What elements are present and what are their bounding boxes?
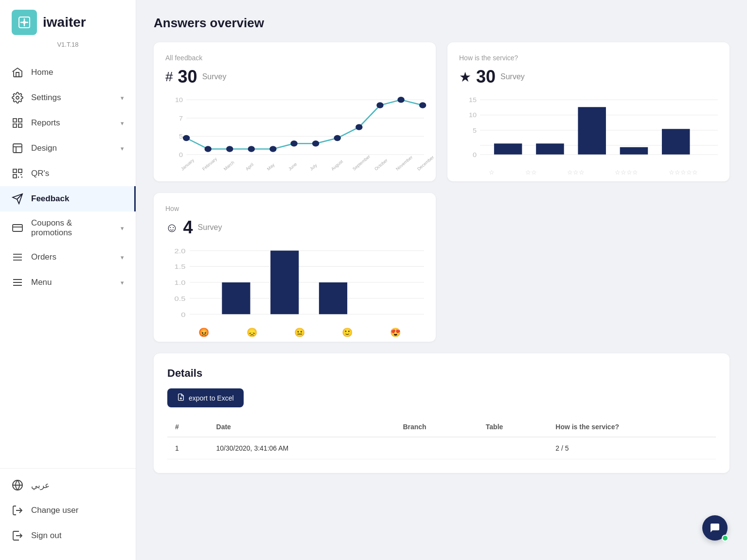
svg-rect-70	[270, 251, 299, 315]
sidebar-item-language[interactable]: عربي	[0, 472, 136, 498]
sidebar-item-sign-out[interactable]: Sign out	[0, 523, 136, 548]
cell-branch	[395, 437, 478, 459]
svg-point-42	[376, 102, 383, 108]
svg-point-36	[248, 146, 255, 152]
change-user-icon	[12, 505, 23, 516]
settings-icon	[12, 92, 23, 104]
col-num: #	[167, 417, 209, 437]
how-label: How	[165, 205, 424, 212]
hash-icon: #	[165, 69, 173, 85]
logo-icon	[12, 10, 37, 35]
service-rating-stat: ★ 30 Survey	[459, 67, 718, 87]
page-title: Answers overview	[154, 16, 729, 31]
svg-text:1.0: 1.0	[174, 279, 185, 286]
sidebar-item-change-user[interactable]: Change user	[0, 498, 136, 523]
table-row: 1 10/30/2020, 3:41:06 AM 2 / 5	[167, 437, 716, 459]
svg-point-38	[290, 140, 297, 147]
svg-rect-69	[222, 282, 250, 314]
svg-rect-5	[13, 124, 17, 127]
table-header: # Date Branch Table How is the service?	[167, 417, 716, 437]
svg-rect-54	[494, 143, 522, 155]
top-cards-row: All feedback # 30 Survey 10 7 5 0	[154, 42, 729, 181]
sidebar-item-label: Orders	[31, 252, 56, 262]
sidebar-item-orders[interactable]: Orders ▾	[0, 245, 136, 270]
svg-text:10: 10	[469, 112, 477, 119]
chevron-down-icon: ▾	[121, 120, 124, 127]
svg-point-41	[356, 124, 362, 130]
service-rating-unit: Survey	[500, 72, 525, 81]
svg-point-40	[334, 135, 341, 141]
svg-text:0.5: 0.5	[174, 295, 185, 302]
svg-rect-4	[18, 119, 22, 122]
sidebar-item-home[interactable]: Home	[0, 60, 136, 85]
sidebar-item-label: Settings	[31, 93, 61, 103]
svg-text:0: 0	[473, 152, 477, 158]
sidebar-item-settings[interactable]: Settings ▾	[0, 85, 136, 110]
how-number: 4	[183, 217, 193, 238]
chat-online-indicator	[722, 535, 729, 542]
svg-text:5: 5	[473, 127, 477, 134]
how-stat: ☺ 4 Survey	[165, 217, 424, 238]
main-content: Answers overview All feedback # 30 Surve…	[136, 0, 747, 560]
table-body: 1 10/30/2020, 3:41:06 AM 2 / 5	[167, 437, 716, 459]
reports-icon	[12, 117, 23, 129]
details-table: # Date Branch Table How is the service? …	[167, 417, 716, 459]
sidebar-item-menu[interactable]: Menu ▾	[0, 270, 136, 295]
sidebar-item-label: Reports	[31, 118, 60, 128]
sidebar-item-coupons[interactable]: Coupons & promotions ▾	[0, 211, 136, 245]
export-icon	[177, 393, 185, 402]
language-icon	[12, 479, 23, 491]
chevron-down-icon: ▾	[121, 94, 124, 102]
all-feedback-card: All feedback # 30 Survey 10 7 5 0	[154, 42, 436, 181]
sidebar-item-design[interactable]: Design ▾	[0, 136, 136, 161]
svg-rect-55	[536, 143, 564, 155]
logo-area: iwaiter	[0, 0, 136, 39]
export-excel-button[interactable]: export to Excel	[167, 388, 244, 407]
sidebar: iwaiter V1.T.18 Home Settings ▾ Reports …	[0, 0, 136, 560]
sidebar-item-label: Change user	[31, 506, 78, 515]
svg-text:5: 5	[179, 133, 183, 140]
svg-rect-6	[18, 124, 22, 127]
cell-table	[478, 437, 548, 459]
details-title: Details	[167, 367, 716, 380]
coupons-icon	[12, 222, 23, 234]
sidebar-item-label: Coupons & promotions	[31, 218, 113, 238]
cell-date: 10/30/2020, 3:41:06 AM	[209, 437, 395, 459]
export-btn-label: export to Excel	[189, 394, 234, 402]
qr-icon	[12, 168, 23, 179]
sidebar-item-label: Menu	[31, 278, 52, 287]
svg-point-1	[23, 21, 26, 24]
svg-text:0: 0	[181, 311, 185, 318]
chevron-down-icon: ▾	[121, 279, 124, 286]
svg-rect-10	[13, 169, 17, 173]
sidebar-item-label: عربي	[31, 480, 50, 490]
sidebar-item-feedback[interactable]: Feedback	[0, 186, 136, 211]
sidebar-item-reports[interactable]: Reports ▾	[0, 110, 136, 136]
svg-text:10: 10	[175, 97, 183, 104]
svg-rect-11	[18, 169, 22, 173]
how-card: How ☺ 4 Survey 2.0 1.5 1.0	[154, 193, 436, 342]
svg-rect-71	[319, 282, 347, 314]
col-table: Table	[478, 417, 548, 437]
chevron-down-icon: ▾	[121, 225, 124, 232]
svg-rect-20	[13, 225, 22, 231]
svg-point-39	[312, 140, 319, 147]
design-icon	[12, 142, 23, 154]
sidebar-bottom: عربي Change user Sign out	[0, 468, 136, 560]
svg-text:0: 0	[179, 152, 183, 158]
service-rating-chart: 15 10 5 0	[459, 97, 718, 170]
feedback-icon	[12, 193, 23, 205]
svg-rect-7	[13, 144, 22, 153]
svg-rect-57	[620, 147, 648, 155]
sidebar-item-qrs[interactable]: QR's	[0, 161, 136, 186]
sidebar-item-label: Sign out	[31, 531, 61, 541]
svg-point-37	[269, 146, 276, 152]
svg-rect-3	[13, 119, 17, 122]
sidebar-item-label: Home	[31, 68, 53, 77]
svg-point-43	[397, 97, 404, 103]
sign-out-icon	[12, 530, 23, 542]
how-chart: 2.0 1.5 1.0 0.5 0	[165, 247, 424, 330]
svg-rect-56	[578, 107, 606, 155]
chevron-down-icon: ▾	[121, 254, 124, 261]
how-unit: Survey	[198, 223, 222, 232]
